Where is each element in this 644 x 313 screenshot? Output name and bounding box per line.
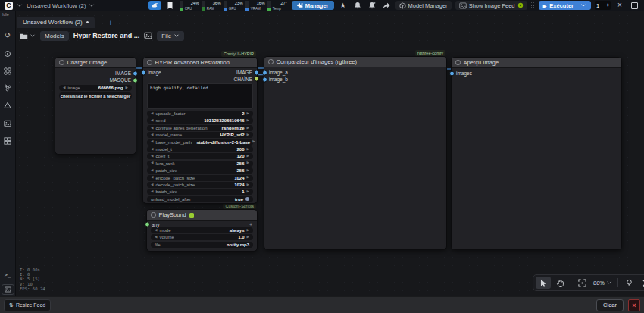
node-hypir[interactable]: HYPIR Advanced Restoration image IMAGE C… [142,57,258,204]
select-tool-button[interactable] [536,277,551,289]
collapse-dot[interactable] [268,59,274,64]
decrement-arrow[interactable]: ◀ [151,119,153,123]
workflow-tab[interactable]: Unsaved Workflow (2) [17,17,95,28]
sidebar-node-library-button[interactable] [2,66,13,77]
boolean-toggle-widget[interactable]: unload_model_after true [147,196,253,202]
execute-options-chevron-icon[interactable] [580,2,586,8]
toggle-links-button[interactable] [638,277,644,289]
node-load-image[interactable]: Charger l'image IMAGE MASQUE ◀ image 666… [55,57,136,155]
image-input-dot[interactable] [141,70,146,75]
collapse-dot[interactable] [455,60,461,65]
increment-arrow[interactable]: ▶ [247,112,249,116]
node-header[interactable]: Charger l'image [55,58,136,68]
file-menu-button[interactable]: File [157,31,184,41]
clear-queue-button[interactable] [629,1,639,10]
stepper-arrows[interactable]: ▲▼ [606,3,609,8]
decrement-arrow[interactable]: ◀ [151,176,153,180]
images-input-dot[interactable] [449,70,455,76]
combo-widget[interactable]: ◀ decode_patch_size 1024 ▶ [147,182,253,188]
node-header[interactable]: HYPIR Advanced Restoration [143,58,257,68]
increment-arrow[interactable]: ▶ [247,148,249,152]
combo-widget[interactable]: ◀ contrôle après génération randomize ▶ [147,125,253,131]
increment-arrow[interactable]: ▶ [247,133,249,137]
mask-output-dot[interactable] [133,77,138,83]
node-header[interactable]: Comparateur d'images (rgthree) [264,57,446,67]
zoom-control[interactable]: 88% [591,280,614,286]
upload-button[interactable]: choisissez le fichier à télécharger [59,92,132,99]
decrement-arrow[interactable]: ◀ [151,148,153,152]
increment-arrow[interactable]: ▶ [247,229,249,233]
manager-button[interactable]: Manager [292,1,334,10]
share-button[interactable] [381,1,392,10]
toggle-theme-button[interactable] [621,277,636,289]
favorites-button[interactable]: ★ [338,1,349,10]
decrement-arrow[interactable]: ◀ [63,86,65,90]
sidebar-gallery-button[interactable] [2,118,13,129]
combo-widget[interactable]: ◀ mode always ▶ [151,227,253,233]
decrement-arrow[interactable]: ◀ [151,140,153,144]
increment-arrow[interactable]: ▶ [247,119,249,123]
decrement-arrow[interactable]: ◀ [151,190,153,194]
image-output-dot[interactable] [133,70,138,76]
workflow-name[interactable]: Hypir Restore and ... [73,32,140,39]
open-workflow-button[interactable] [20,33,36,39]
combo-widget[interactable]: ◀ volume 1.0 ▶ [151,234,253,240]
increment-arrow[interactable]: ▶ [126,86,128,90]
increment-arrow[interactable]: ▶ [247,155,249,158]
sidebar-model-library-button[interactable] [2,83,13,93]
decrement-arrow[interactable]: ◀ [151,169,153,173]
decrement-arrow[interactable]: ◀ [151,161,153,165]
increment-arrow[interactable]: ▶ [247,236,249,239]
comfyui-logo[interactable]: C [5,2,13,10]
decrement-arrow[interactable]: ◀ [151,133,153,137]
combo-widget[interactable]: ◀ model_name HYPIR_sd2 ▶ [147,132,253,138]
node-header[interactable]: Aperçu Image [452,58,621,68]
image-combo-widget[interactable]: ◀ image 666666.png ▶ [59,85,132,91]
models-button[interactable]: Models [40,31,69,41]
sidebar-queue-button[interactable]: ↺ [2,30,13,40]
decrement-arrow[interactable]: ◀ [155,229,157,233]
node-playsound[interactable]: PlaySound any + ◀ mode always ▶ ◀ [146,209,258,252]
drag-handle[interactable] [531,2,535,8]
combo-widget[interactable]: ◀ batch_size 1 ▶ [147,189,253,195]
batch-count-stepper[interactable]: 1 ▲▼ [595,1,611,10]
collapse-dot[interactable] [151,212,156,218]
decrement-arrow[interactable]: ◀ [155,236,157,239]
sidebar-workflows-button[interactable] [2,100,13,111]
combo-widget[interactable]: ◀ encode_patch_size 1024 ▶ [147,175,253,181]
sidebar-assets-button[interactable] [2,49,13,59]
combo-widget[interactable]: ◀ seed 1031253296619646 ▶ [147,117,253,124]
pan-tool-button[interactable] [552,277,567,289]
show-image-feed-button[interactable]: Show Image Feed [455,1,527,10]
node-header[interactable]: PlaySound [147,210,257,221]
combo-widget[interactable]: ◀ upscale_factor 2 ▶ [147,111,253,117]
decrement-arrow[interactable]: ◀ [151,112,153,116]
increment-arrow[interactable]: ▶ [252,140,255,144]
node-image-comparer[interactable]: Comparateur d'images (rgthree) image_a i… [264,56,447,250]
increment-arrow[interactable]: ▶ [247,127,249,130]
image-b-input-dot[interactable] [262,77,267,82]
string-output-dot[interactable] [254,77,259,82]
increment-arrow[interactable]: ▶ [247,183,249,187]
decrement-arrow[interactable]: ◀ [151,183,153,187]
increment-arrow[interactable]: ▶ [247,169,249,173]
workflow-selector[interactable]: Unsaved Workflow (2) [27,2,95,9]
combo-widget[interactable]: ◀ base_model_path stable-diffusion-2-1-b… [147,139,253,146]
image-feed-toggle-button[interactable] [2,284,14,295]
node-preview-image[interactable]: Aperçu Image images [451,57,622,250]
image-output-dot[interactable] [254,70,259,75]
decrement-arrow[interactable]: ◀ [151,127,153,130]
close-feed-button[interactable]: × [628,299,640,311]
increment-arrow[interactable]: ▶ [247,176,249,180]
logo-chevron-icon[interactable] [17,2,23,8]
prompt-textarea[interactable]: high quality, detailed [147,83,253,109]
workflow-thumbnail-button[interactable] [144,32,152,39]
bookmark-button[interactable] [165,1,176,10]
terminal-toggle-button[interactable]: >_ [2,270,13,280]
combo-widget[interactable]: ◀ coeff_t 120 ▶ [147,153,253,159]
fit-view-button[interactable] [574,277,589,289]
model-manager-button[interactable]: Model Manager [395,1,452,10]
file-widget[interactable]: file notify.mp3 [151,242,253,248]
increment-arrow[interactable]: ▶ [247,190,249,194]
any-input-dot[interactable] [145,222,150,227]
